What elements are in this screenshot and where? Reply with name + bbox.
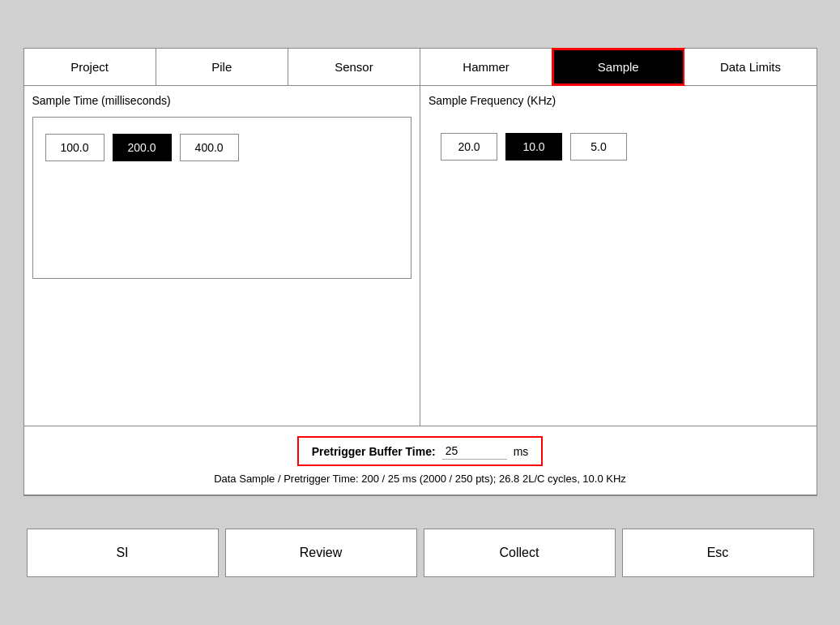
collect-button[interactable]: Collect xyxy=(424,529,616,577)
tab-hammer[interactable]: Hammer xyxy=(420,49,552,85)
main-container: Project Pile Sensor Hammer Sample Data L… xyxy=(23,48,817,496)
sample-time-400[interactable]: 400.0 xyxy=(180,134,239,161)
sample-freq-options-row: 20.0 10.0 5.0 xyxy=(429,117,808,177)
esc-button[interactable]: Esc xyxy=(622,529,814,577)
sample-time-200[interactable]: 200.0 xyxy=(113,134,172,161)
right-panel-label: Sample Frequency (KHz) xyxy=(429,94,808,107)
review-button[interactable]: Review xyxy=(225,529,417,577)
sample-time-100[interactable]: 100.0 xyxy=(45,134,104,161)
pretrigger-input[interactable] xyxy=(442,443,507,460)
pretrigger-box: Pretrigger Buffer Time: ms xyxy=(297,436,544,466)
tab-sample[interactable]: Sample xyxy=(552,49,684,85)
left-panel: Sample Time (milliseconds) 100.0 200.0 4… xyxy=(24,86,421,426)
content-area: Sample Time (milliseconds) 100.0 200.0 4… xyxy=(24,86,817,426)
tab-sensor[interactable]: Sensor xyxy=(288,49,420,85)
si-button[interactable]: SI xyxy=(27,529,219,577)
tab-data-limits[interactable]: Data Limits xyxy=(684,49,816,85)
left-panel-label: Sample Time (milliseconds) xyxy=(32,94,412,107)
pretrigger-row: Pretrigger Buffer Time: ms xyxy=(41,436,800,466)
tab-pile[interactable]: Pile xyxy=(156,49,288,85)
right-panel: Sample Frequency (KHz) 20.0 10.0 5.0 xyxy=(420,86,817,426)
sample-freq-5[interactable]: 5.0 xyxy=(570,133,627,161)
pretrigger-label: Pretrigger Buffer Time: xyxy=(312,445,436,458)
tab-bar: Project Pile Sensor Hammer Sample Data L… xyxy=(24,49,817,86)
pretrigger-unit: ms xyxy=(514,445,529,458)
sample-freq-20[interactable]: 20.0 xyxy=(441,133,497,161)
sample-time-options-box: 100.0 200.0 400.0 xyxy=(32,117,412,279)
info-area: Pretrigger Buffer Time: ms Data Sample /… xyxy=(24,426,817,495)
data-summary: Data Sample / Pretrigger Time: 200 / 25 … xyxy=(41,473,800,485)
button-bar: SI Review Collect Esc xyxy=(23,529,817,577)
sample-freq-10[interactable]: 10.0 xyxy=(505,133,562,161)
tab-project[interactable]: Project xyxy=(24,49,156,85)
